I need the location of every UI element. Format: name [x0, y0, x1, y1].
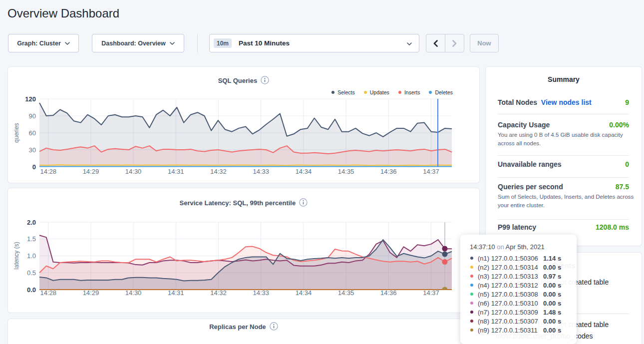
svg-text:0.5: 0.5	[27, 269, 36, 277]
svg-text:2.0: 2.0	[27, 219, 36, 226]
svg-text:14:31: 14:31	[168, 289, 184, 297]
svg-text:14:30: 14:30	[125, 289, 142, 297]
svg-text:14:32: 14:32	[210, 289, 227, 297]
svg-text:14:30: 14:30	[125, 168, 142, 175]
svg-text:14:31: 14:31	[168, 168, 184, 175]
svg-text:14:33: 14:33	[253, 289, 269, 297]
svg-text:14:37: 14:37	[423, 168, 439, 175]
svg-text:14:29: 14:29	[83, 289, 99, 297]
svg-text:90: 90	[29, 112, 36, 120]
svg-text:14:36: 14:36	[380, 289, 397, 297]
svg-text:60: 60	[29, 129, 36, 137]
svg-text:queries: queries	[13, 123, 20, 142]
svg-text:1.5: 1.5	[27, 235, 36, 243]
svg-text:14:36: 14:36	[380, 168, 397, 175]
svg-text:14:35: 14:35	[338, 289, 354, 297]
svg-text:30: 30	[29, 146, 36, 154]
svg-text:120: 120	[25, 95, 36, 103]
svg-text:14:32: 14:32	[210, 168, 227, 175]
svg-text:latency (s): latency (s)	[13, 242, 20, 269]
svg-text:14:28: 14:28	[40, 168, 56, 175]
svg-text:14:34: 14:34	[296, 168, 312, 175]
svg-text:14:33: 14:33	[253, 168, 269, 175]
svg-text:0: 0	[32, 163, 36, 171]
svg-text:14:34: 14:34	[296, 289, 312, 297]
svg-text:14:28: 14:28	[40, 289, 56, 297]
svg-text:14:29: 14:29	[83, 168, 99, 175]
svg-text:14:35: 14:35	[338, 168, 354, 175]
svg-text:14:37: 14:37	[423, 289, 439, 297]
svg-text:0.0: 0.0	[27, 286, 36, 294]
svg-text:1.0: 1.0	[27, 252, 36, 260]
